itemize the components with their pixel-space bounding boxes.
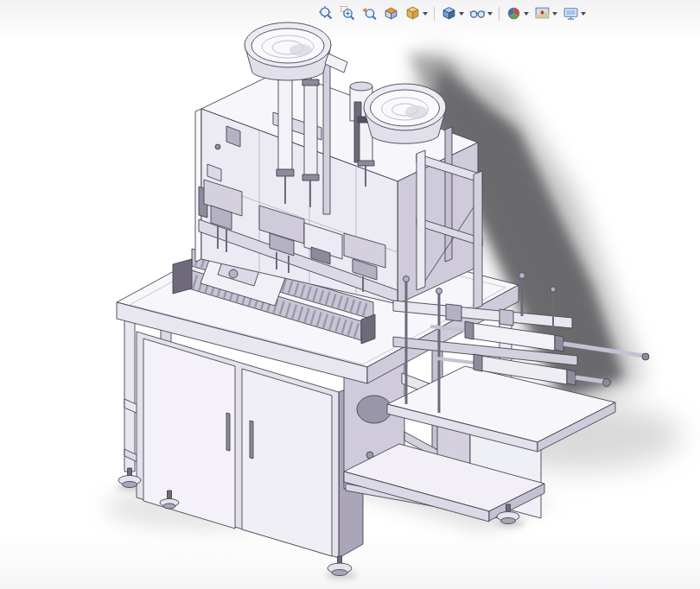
gusset-hole <box>357 396 391 423</box>
door-handle <box>226 413 230 451</box>
edit-appearance-button[interactable] <box>504 3 531 23</box>
apply-scene-button[interactable] <box>532 3 559 23</box>
right-bowl-feeder[interactable] <box>364 84 446 143</box>
sliding-door-right[interactable] <box>242 369 332 556</box>
zoom-to-fit-icon <box>318 5 334 22</box>
dropdown-arrow[interactable] <box>423 12 428 16</box>
view-settings-button[interactable] <box>561 3 588 23</box>
zoom-to-area-button[interactable] <box>338 3 358 23</box>
toolbar-separator <box>434 7 435 21</box>
view-settings-icon <box>563 5 579 22</box>
dropdown-arrow[interactable] <box>487 12 493 16</box>
model-view-canvas[interactable] <box>0 0 700 589</box>
dropdown-arrow[interactable] <box>524 12 529 16</box>
display-style-button[interactable] <box>439 3 466 23</box>
section-view-button[interactable] <box>381 3 401 23</box>
view-orientation-button[interactable] <box>403 3 430 23</box>
sliding-door-left[interactable] <box>143 339 235 529</box>
cad-viewport[interactable] <box>0 0 700 589</box>
zoom-to-fit-button[interactable] <box>316 3 336 23</box>
apply-scene-icon <box>534 5 550 22</box>
display-style-icon <box>441 5 457 22</box>
heads-up-view-toolbar <box>316 3 588 23</box>
dropdown-arrow[interactable] <box>459 12 464 16</box>
zoom-to-area-icon <box>340 5 356 22</box>
hide-show-items-icon <box>469 5 486 22</box>
hide-show-items-button[interactable] <box>468 3 494 23</box>
section-view-icon <box>383 5 399 22</box>
previous-view-button[interactable] <box>360 3 379 23</box>
view-orientation-icon <box>404 5 421 22</box>
toolbar-separator <box>499 7 500 21</box>
previous-view-icon <box>361 5 378 22</box>
edit-appearance-icon <box>506 5 522 22</box>
door-handle <box>250 421 253 459</box>
left-bowl-feeder[interactable] <box>245 22 347 80</box>
dropdown-arrow[interactable] <box>581 12 586 16</box>
dropdown-arrow[interactable] <box>552 12 557 16</box>
